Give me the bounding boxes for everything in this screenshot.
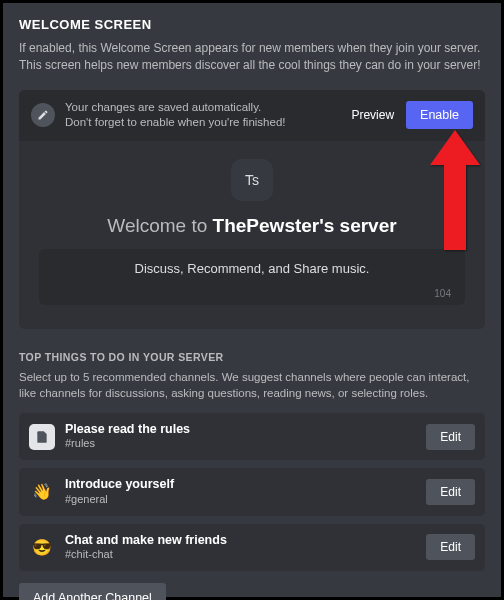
preview-button[interactable]: Preview bbox=[347, 102, 398, 128]
page-title: WELCOME SCREEN bbox=[19, 17, 485, 32]
char-count: 104 bbox=[53, 288, 451, 299]
channel-title: Chat and make new friends bbox=[65, 533, 416, 549]
channel-item-general: 👋 Introduce yourself #general Edit bbox=[19, 468, 485, 515]
save-bar-line2: Don't forget to enable when you're finis… bbox=[65, 115, 337, 131]
welcome-prefix: Welcome to bbox=[107, 215, 212, 236]
server-avatar: Ts bbox=[231, 159, 273, 201]
edit-button[interactable]: Edit bbox=[426, 534, 475, 560]
edit-button[interactable]: Edit bbox=[426, 424, 475, 450]
channel-name: #chit-chat bbox=[65, 548, 416, 562]
page-subtitle: If enabled, this Welcome Screen appears … bbox=[19, 40, 485, 74]
top-things-desc: Select up to 5 recommended channels. We … bbox=[19, 369, 485, 401]
channel-item-rules: Please read the rules #rules Edit bbox=[19, 413, 485, 460]
welcome-heading: Welcome to ThePewster's server bbox=[39, 215, 465, 237]
edit-button[interactable]: Edit bbox=[426, 479, 475, 505]
save-bar-text: Your changes are saved automatically. Do… bbox=[65, 100, 337, 131]
enable-button[interactable]: Enable bbox=[406, 101, 473, 129]
top-things-heading: TOP THINGS TO DO IN YOUR SERVER bbox=[19, 351, 485, 363]
add-channel-button[interactable]: Add Another Channel bbox=[19, 583, 166, 600]
description-text: Discuss, Recommend, and Share music. bbox=[53, 261, 451, 276]
save-bar-line1: Your changes are saved automatically. bbox=[65, 100, 337, 116]
pencil-icon bbox=[31, 103, 55, 127]
welcome-panel: Your changes are saved automatically. Do… bbox=[19, 90, 485, 329]
server-name: ThePewster's server bbox=[213, 215, 397, 236]
channel-item-chitchat: 😎 Chat and make new friends #chit-chat E… bbox=[19, 524, 485, 571]
channel-title: Introduce yourself bbox=[65, 477, 416, 493]
channel-title: Please read the rules bbox=[65, 422, 416, 438]
wave-icon: 👋 bbox=[29, 479, 55, 505]
description-input[interactable]: Discuss, Recommend, and Share music. 104 bbox=[39, 249, 465, 305]
save-bar: Your changes are saved automatically. Do… bbox=[19, 90, 485, 141]
rules-icon bbox=[29, 424, 55, 450]
channel-name: #general bbox=[65, 493, 416, 507]
channel-name: #rules bbox=[65, 437, 416, 451]
cool-icon: 😎 bbox=[29, 534, 55, 560]
